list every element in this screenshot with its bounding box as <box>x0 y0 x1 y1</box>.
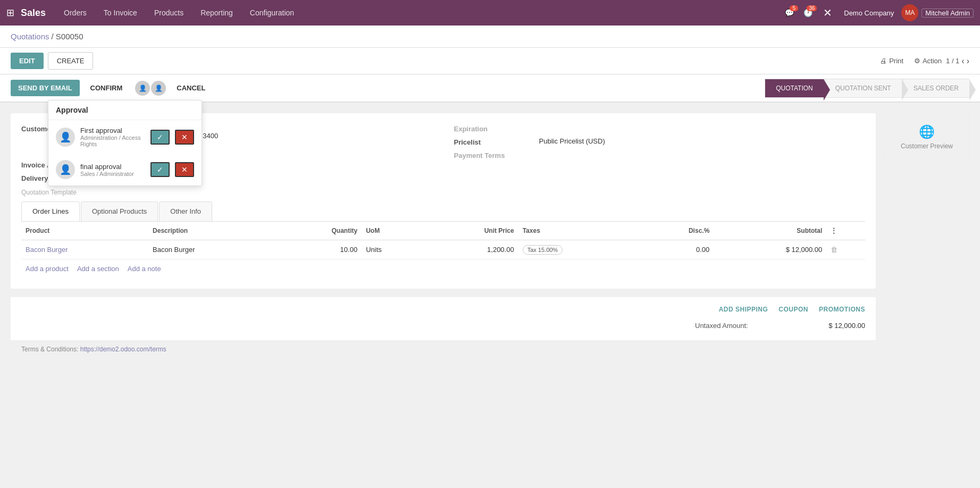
add-product-link[interactable]: Add a product <box>26 265 69 273</box>
action-link[interactable]: ⚙ Action <box>914 57 942 65</box>
col-quantity: Quantity <box>275 222 362 240</box>
row-delete[interactable]: 🗑 <box>826 240 865 259</box>
untaxed-amount-row: Untaxed Amount: $ 12,000.00 <box>695 319 865 332</box>
approval-accept-button-1[interactable]: ✓ <box>150 130 170 145</box>
gear-icon: ⚙ <box>914 57 920 65</box>
order-tabs: Order Lines Optional Products Other Info <box>21 201 865 222</box>
tab-other-info[interactable]: Other Info <box>159 201 212 221</box>
row-unit-price: 1,200.00 <box>422 240 518 259</box>
pricelist-field: Pricelist Public Pricelist (USD) <box>454 137 866 146</box>
form-sidebar: 🌐 Customer Preview <box>884 113 969 358</box>
approval-popup: Approval 👤 First approval Administration… <box>48 100 202 186</box>
payment-terms-label: Payment Terms <box>454 150 539 159</box>
bottom-section: ADD SHIPPING COUPON PROMOTIONS Untaxed A… <box>11 297 876 340</box>
col-actions: ⋮ <box>826 222 865 240</box>
approval-reject-button-1[interactable]: ✕ <box>175 130 194 145</box>
edit-button[interactable]: EDIT <box>11 53 44 69</box>
breadcrumb-current: S00050 <box>56 32 83 41</box>
nav-reporting[interactable]: Reporting <box>193 0 240 26</box>
status-actions: SEND BY EMAIL CONFIRM 👤 👤 CANCEL <box>11 74 213 102</box>
send-email-button[interactable]: SEND BY EMAIL <box>11 80 80 96</box>
terms-label: Terms & Conditions: <box>21 346 78 353</box>
approval-name-1: First approval <box>80 127 145 134</box>
row-subtotal: $ 12,000.00 <box>714 240 826 259</box>
add-note-link[interactable]: Add a note <box>128 265 161 273</box>
clock-badge: 36 <box>807 5 817 11</box>
untaxed-value: $ 12,000.00 <box>828 322 865 330</box>
nav-configuration[interactable]: Configuration <box>242 0 301 26</box>
order-table: Product Description Quantity UoM Unit Pr… <box>21 222 865 259</box>
tab-order-lines[interactable]: Order Lines <box>21 201 80 221</box>
pipe-step-quotation[interactable]: QUOTATION <box>765 79 824 98</box>
nav-to-invoice[interactable]: To Invoice <box>96 0 145 26</box>
approval-avatars: 👤 👤 <box>135 81 166 96</box>
row-product: Bacon Burger <box>21 240 148 259</box>
totals-row: Untaxed Amount: $ 12,000.00 <box>21 319 865 332</box>
action-links: 🖨 Print ⚙ Action <box>880 57 942 65</box>
nav-orders[interactable]: Orders <box>56 0 94 26</box>
row-quantity: 10.00 <box>275 240 362 259</box>
print-link[interactable]: 🖨 Print <box>880 57 903 65</box>
pagination-info: 1 / 1 <box>946 57 959 65</box>
cancel-button[interactable]: CANCEL <box>169 80 213 96</box>
tab-optional-products[interactable]: Optional Products <box>81 201 158 221</box>
company-name: Demo Company <box>840 9 898 17</box>
add-row: Add a product Add a section Add a note <box>21 259 865 278</box>
next-button[interactable]: › <box>967 56 969 66</box>
customer-preview-label: Customer Preview <box>895 142 958 150</box>
approval-avatar-1: 👤 <box>135 81 150 96</box>
user-name[interactable]: Mitchell Admin <box>922 9 974 18</box>
print-icon: 🖨 <box>880 57 887 65</box>
row-uom: Units <box>362 240 422 259</box>
pipeline-steps: QUOTATION QUOTATION SENT SALES ORDER <box>765 79 969 98</box>
app-grid-icon[interactable]: ⊞ <box>6 7 14 19</box>
row-description: Bacon Burger <box>148 240 275 259</box>
product-link[interactable]: Bacon Burger <box>26 246 68 254</box>
pipe-step-sent[interactable]: QUOTATION SENT <box>824 79 902 98</box>
approval-avatar-2: 👤 <box>151 81 166 96</box>
approval-accept-button-2[interactable]: ✓ <box>150 162 170 177</box>
approval-name-2: final approval <box>80 163 145 171</box>
approval-role-1: Administration / Access Rights <box>80 134 145 147</box>
tax-badge: Tax 15.00% <box>523 245 563 255</box>
status-bar: SEND BY EMAIL CONFIRM 👤 👤 CANCEL Approva… <box>0 74 980 103</box>
row-tax: Tax 15.00% <box>518 240 640 259</box>
breadcrumb-separator: / <box>51 32 55 41</box>
top-nav-icons: 💬 5 🕐 36 ✕ Demo Company MA Mitchell Admi… <box>782 4 974 21</box>
pricelist-label: Pricelist <box>454 137 539 146</box>
prev-button[interactable]: ‹ <box>961 56 964 66</box>
approval-reject-button-2[interactable]: ✕ <box>175 162 194 177</box>
approval-row-1: 👤 First approval Administration / Access… <box>48 120 202 154</box>
avatar: MA <box>901 4 918 21</box>
col-disc: Disc.% <box>640 222 714 240</box>
create-button[interactable]: CREATE <box>48 52 94 70</box>
confirm-button[interactable]: CONFIRM <box>83 80 130 96</box>
nav-products[interactable]: Products <box>147 0 191 26</box>
clock-icon[interactable]: 🕐 36 <box>800 6 816 19</box>
terms-bar: Terms & Conditions: https://demo2.odoo.c… <box>11 340 876 358</box>
close-icon[interactable]: ✕ <box>819 6 836 19</box>
col-subtotal: Subtotal <box>714 222 826 240</box>
pricelist-value: Public Pricelist (USD) <box>539 137 866 145</box>
approval-popup-title: Approval <box>48 100 202 120</box>
globe-icon: 🌐 <box>895 124 958 139</box>
chat-icon[interactable]: 💬 5 <box>782 6 797 19</box>
breadcrumb-parent[interactable]: Quotations <box>11 32 49 41</box>
expiration-field: Expiration <box>454 124 866 133</box>
add-shipping-button[interactable]: ADD SHIPPING <box>719 306 768 313</box>
promotions-button[interactable]: PROMOTIONS <box>819 306 865 313</box>
table-row: Bacon Burger Bacon Burger 10.00 Units 1,… <box>21 240 865 259</box>
pipe-step-order[interactable]: SALES ORDER <box>902 79 969 98</box>
coupon-button[interactable]: COUPON <box>778 306 808 313</box>
top-nav: ⊞ Sales Orders To Invoice Products Repor… <box>0 0 980 26</box>
col-product: Product <box>21 222 148 240</box>
approval-info-2: final approval Sales / Administrator <box>80 163 145 177</box>
add-section-link[interactable]: Add a section <box>77 265 119 273</box>
row-disc: 0.00 <box>640 240 714 259</box>
customer-preview[interactable]: 🌐 Customer Preview <box>884 113 969 161</box>
approval-user-icon-1: 👤 <box>56 128 75 147</box>
terms-link[interactable]: https://demo2.odoo.com/terms <box>80 346 166 353</box>
quotation-template-label: Quotation Template <box>21 189 433 196</box>
approval-row-2: 👤 final approval Sales / Administrator ✓… <box>48 154 202 186</box>
action-label: Action <box>923 57 942 65</box>
